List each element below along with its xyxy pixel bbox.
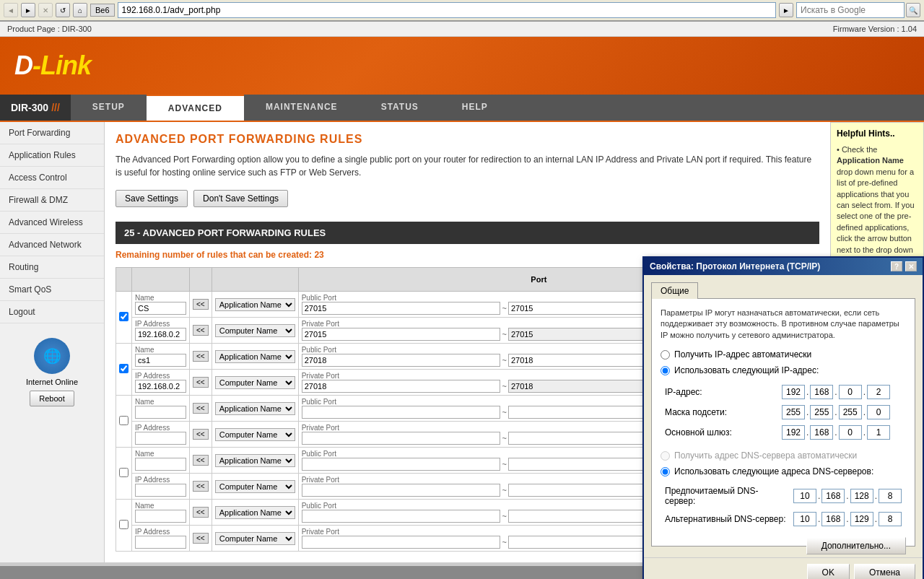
ip-auto-label: Получить IP-адрес автоматически — [674, 349, 811, 360]
adns-octet-3[interactable] — [850, 512, 873, 526]
dialog-ok-button[interactable]: OK — [807, 564, 850, 579]
pdns-octet-4[interactable] — [879, 489, 902, 503]
ip-octet-3[interactable] — [839, 385, 862, 399]
adns-octet-1[interactable] — [793, 512, 816, 526]
subnet-octet-3[interactable] — [839, 405, 862, 419]
dialog-close-button[interactable]: ✕ — [905, 261, 917, 271]
subnet-label: Маска подсети: — [662, 403, 777, 422]
dialog-title: Свойства: Протокол Интернета (TCP/IP) — [650, 261, 820, 271]
dns-auto-label: Получить адрес DNS-сервера автоматически — [674, 450, 857, 461]
gateway-label: Основной шлюз: — [662, 423, 777, 442]
dialog-intro-text: Параметры IP могут назначаться автоматич… — [661, 308, 906, 341]
pdns-octet-2[interactable] — [821, 489, 845, 503]
dialog-cancel-button[interactable]: Отмена — [854, 564, 915, 579]
dns-auto-radio[interactable] — [661, 451, 670, 461]
alt-dns-field: . . . — [793, 512, 902, 526]
subnet-octet-4[interactable] — [867, 405, 890, 419]
ip-manual-label: Использовать следующий IP-адрес: — [674, 365, 819, 375]
dialog-tab-general[interactable]: Общие — [651, 282, 698, 299]
alt-dns-label: Альтернативный DNS-сервер: — [662, 510, 789, 528]
advanced-button[interactable]: Дополнительно... — [806, 537, 906, 554]
ip-octet-1[interactable] — [782, 385, 805, 399]
tcpip-dialog: Свойства: Протокол Интернета (TCP/IP) ? … — [642, 256, 924, 579]
gateway-field: . . . — [782, 425, 902, 440]
adns-octet-4[interactable] — [879, 512, 902, 526]
dns-manual-label: Использовать следующие адреса DNS-сервер… — [674, 466, 873, 476]
dns-manual-radio[interactable] — [661, 467, 670, 476]
gateway-octet-3[interactable] — [839, 425, 862, 440]
dialog-titlebar: Свойства: Протокол Интернета (TCP/IP) ? … — [644, 258, 923, 275]
gateway-octet-2[interactable] — [810, 425, 833, 440]
ip-address-field: . . . — [782, 385, 902, 399]
ip-manual-radio[interactable] — [661, 366, 670, 375]
gateway-octet-4[interactable] — [867, 425, 890, 440]
preferred-dns-label: Предпочитаемый DNS-сервер: — [662, 484, 789, 508]
ip-field-label: IP-адрес: — [662, 383, 777, 401]
pdns-octet-3[interactable] — [850, 489, 873, 503]
dialog-overlay: Свойства: Протокол Интернета (TCP/IP) ? … — [0, 0, 924, 579]
dialog-help-button[interactable]: ? — [891, 261, 902, 271]
pdns-octet-1[interactable] — [793, 489, 816, 503]
gateway-octet-1[interactable] — [782, 425, 805, 440]
adns-octet-2[interactable] — [821, 512, 845, 526]
preferred-dns-field: . . . — [793, 489, 902, 503]
ip-octet-2[interactable] — [810, 385, 833, 399]
subnet-octet-2[interactable] — [810, 405, 833, 419]
ip-auto-radio[interactable] — [661, 350, 670, 360]
subnet-octet-1[interactable] — [782, 405, 805, 419]
subnet-mask-field: . . . — [782, 405, 902, 419]
ip-octet-4[interactable] — [867, 385, 890, 399]
